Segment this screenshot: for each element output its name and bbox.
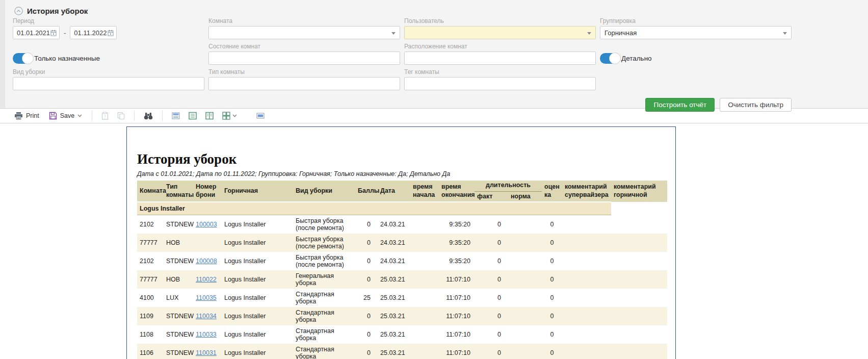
page-view-button[interactable] <box>169 111 182 121</box>
field-only-assigned: Только назначенные <box>13 43 204 65</box>
user-select[interactable] <box>404 26 596 39</box>
save-button[interactable]: Save <box>46 111 86 121</box>
single-page-view-button[interactable] <box>186 111 199 121</box>
room-type-label: Тип комнаты <box>208 68 400 76</box>
time-start-cell <box>410 252 439 270</box>
points-cell: 0 <box>355 252 378 270</box>
fact-cell: 0 <box>475 307 508 325</box>
room-type-input[interactable] <box>208 77 400 90</box>
print-icon <box>14 112 23 120</box>
cleaning-kind-input[interactable] <box>13 77 204 90</box>
time-end-cell: 11:07:10 <box>439 325 475 344</box>
time-end-cell: 9:35:20 <box>439 252 475 270</box>
paste-icon: ? <box>101 112 109 120</box>
filters-grid: Период 01.01.2021 - 01.11.2022 <box>13 17 792 90</box>
chevron-down-icon <box>232 114 237 117</box>
table-row: 77777HOBLogus InstallerБыстрая уборка (п… <box>137 234 667 252</box>
period-label: Период <box>13 17 204 25</box>
clear-filter-button[interactable]: Очистить фильтр <box>720 98 792 112</box>
date-cell: 25.03.21 <box>378 325 410 344</box>
supervisor-comment-cell <box>562 289 611 307</box>
maid-cell: Logus Installer <box>222 325 293 344</box>
booking-cell: 100003 <box>193 215 222 234</box>
print-button[interactable]: Print <box>11 111 42 121</box>
grouping-label: Группировка <box>600 17 792 25</box>
score-cell: 0 <box>542 325 562 344</box>
booking-link[interactable]: 100008 <box>196 258 217 265</box>
room-select[interactable] <box>208 26 400 39</box>
room-tag-input[interactable] <box>404 77 596 90</box>
copy-icon <box>117 112 125 120</box>
detailed-label: Детально <box>621 55 652 62</box>
norm-cell <box>508 325 542 344</box>
collapse-panel-icon[interactable] <box>14 7 23 15</box>
time-start-cell <box>410 344 439 359</box>
booking-link[interactable]: 100003 <box>196 221 217 228</box>
points-cell: 0 <box>355 234 378 252</box>
date-cell: 25.03.21 <box>378 344 410 359</box>
copy-button <box>115 111 127 121</box>
col-header-supervisor-comment: комментарий супервайзера <box>562 181 611 202</box>
supervisor-comment-cell <box>562 215 611 234</box>
calendar-icon[interactable] <box>108 30 114 36</box>
field-detailed: Детально <box>600 43 792 65</box>
two-page-view-button[interactable] <box>203 111 216 121</box>
field-room-tag: Тег комнаты <box>404 68 596 90</box>
chevron-down-icon <box>391 32 396 35</box>
maid-cell: Logus Installer <box>222 307 293 325</box>
fact-cell: 0 <box>475 215 508 234</box>
room-cell: 77777 <box>137 234 164 252</box>
booking-link[interactable]: 110035 <box>196 294 217 301</box>
maid-comment-cell <box>611 307 667 325</box>
time-end-cell: 11:07:10 <box>439 270 475 289</box>
chevron-down-icon <box>587 32 591 35</box>
period-separator: - <box>64 29 66 37</box>
search-button[interactable] <box>141 111 155 121</box>
booking-cell <box>193 234 222 252</box>
calendar-icon[interactable] <box>50 30 57 36</box>
table-row: 4100LUX110035Logus InstallerСтандартная … <box>137 289 667 307</box>
booking-link[interactable]: 110022 <box>196 276 217 283</box>
fact-cell: 0 <box>475 325 508 344</box>
maid-cell: Logus Installer <box>222 270 293 289</box>
save-icon <box>49 112 57 120</box>
room-cell: 2102 <box>137 252 164 270</box>
print-label: Print <box>26 112 39 119</box>
fact-cell: 0 <box>475 344 508 359</box>
paste-button: ? <box>99 111 111 121</box>
booking-cell: 110034 <box>193 307 222 325</box>
booking-link[interactable]: 110031 <box>196 349 217 356</box>
full-width-view-icon <box>256 112 265 120</box>
build-report-button[interactable]: Построить отчёт <box>645 98 715 112</box>
room-location-input[interactable] <box>404 52 596 65</box>
maid-cell: Logus Installer <box>222 234 293 252</box>
toolbar-separator <box>162 111 163 121</box>
room-cell: 77777 <box>137 270 164 289</box>
cleaning-cell: Быстрая уборка (после ремонта) <box>293 215 355 234</box>
col-header-room-type: Тип комнаты <box>164 181 193 202</box>
points-cell: 0 <box>355 325 378 344</box>
col-header-fact: факт <box>475 191 508 202</box>
time-end-cell: 9:35:20 <box>439 215 475 234</box>
grid-page-view-icon <box>222 112 230 120</box>
field-room-type: Тип комнаты <box>208 68 400 90</box>
room-type-cell: HOB <box>164 234 193 252</box>
supervisor-comment-cell <box>562 344 611 359</box>
period-from-value: 01.01.2021 <box>17 29 50 37</box>
detailed-toggle[interactable] <box>600 53 620 64</box>
booking-link[interactable]: 110033 <box>196 331 217 338</box>
full-width-view-button[interactable] <box>254 111 267 121</box>
room-state-input[interactable] <box>208 52 400 65</box>
period-to-input[interactable]: 01.11.2022 <box>70 26 117 39</box>
time-start-cell <box>410 325 439 344</box>
grid-page-view-button[interactable] <box>220 111 240 121</box>
period-from-input[interactable]: 01.01.2021 <box>13 26 60 39</box>
room-type-cell: STDNEW <box>164 344 193 359</box>
supervisor-comment-cell <box>562 270 611 289</box>
grouping-select[interactable]: Горничная <box>600 26 792 39</box>
booking-link[interactable]: 110034 <box>196 313 217 320</box>
only-assigned-toggle[interactable] <box>13 53 33 64</box>
time-end-cell: 11:07:10 <box>439 307 475 325</box>
fact-cell: 0 <box>475 270 508 289</box>
supervisor-comment-cell <box>562 252 611 270</box>
